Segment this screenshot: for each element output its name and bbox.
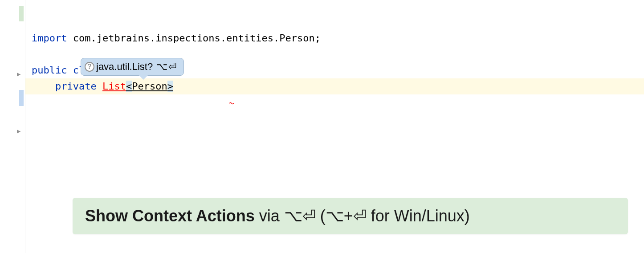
code-line[interactable] xyxy=(25,22,644,30)
gutter-fold-arrow-icon[interactable]: ▶ xyxy=(17,127,20,135)
banner-text-via: via xyxy=(255,207,284,225)
keyword-public: public xyxy=(32,65,67,76)
tooltip-text: java.util.List? xyxy=(96,61,153,73)
keyword-private: private xyxy=(55,81,97,92)
banner-paren: ( xyxy=(316,207,326,225)
import-suggestion-tooltip[interactable]: ? java.util.List? ⌥⏎ xyxy=(81,58,184,76)
editor-gutter: ▶ ▶ xyxy=(0,0,25,253)
code-line[interactable]: import com.jetbrains.inspections.entitie… xyxy=(25,30,644,46)
type-parameter: Person xyxy=(132,81,167,92)
banner-shortcut-mac: ⌥⏎ xyxy=(284,207,316,225)
generic-bracket-close: > xyxy=(167,81,173,92)
banner-title: Show Context Actions xyxy=(85,207,255,225)
keyword-import: import xyxy=(32,33,67,44)
error-squiggle xyxy=(229,102,234,105)
unresolved-type: List xyxy=(102,81,126,92)
tooltip-shortcut: ⌥⏎ xyxy=(156,61,177,73)
banner-text-rest: for Win/Linux) xyxy=(367,207,470,225)
package-path: com.jetbrains.inspections.entities.Perso… xyxy=(67,33,321,44)
generic-bracket-open: < xyxy=(126,81,132,92)
banner-shortcut-win: ⌥+⏎ xyxy=(326,207,367,225)
hint-banner: Show Context Actions via ⌥⏎ (⌥+⏎ for Win… xyxy=(73,198,628,234)
editor-container: ▶ ▶ import com.jetbrains.inspections.ent… xyxy=(0,0,644,253)
code-line-current[interactable]: private List<Person> xyxy=(25,78,644,94)
help-icon: ? xyxy=(85,62,94,72)
gutter-change-marker-modified xyxy=(19,90,24,106)
gutter-change-marker-added xyxy=(19,6,24,21)
gutter-fold-arrow-icon[interactable]: ▶ xyxy=(17,70,20,78)
code-editor-area[interactable]: import com.jetbrains.inspections.entitie… xyxy=(25,0,644,253)
code-line[interactable] xyxy=(25,6,644,22)
